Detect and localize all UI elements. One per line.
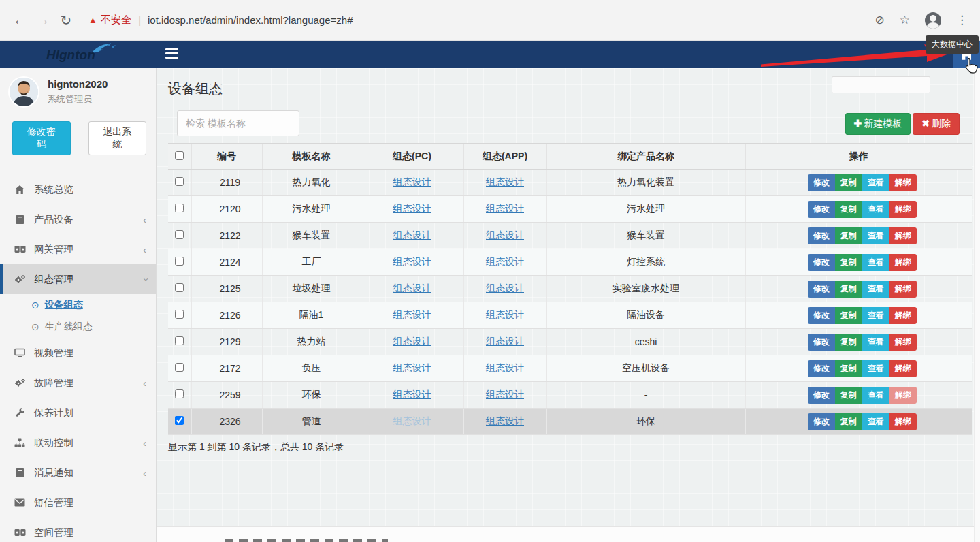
row-checkbox[interactable] bbox=[175, 230, 184, 239]
row-checkbox[interactable] bbox=[175, 310, 184, 319]
copy-button[interactable]: 复制 bbox=[835, 334, 862, 351]
app-config-link[interactable]: 组态设计 bbox=[486, 283, 524, 293]
unbind-button[interactable]: 解绑 bbox=[889, 360, 917, 377]
reload-icon[interactable]: ↻ bbox=[54, 12, 78, 29]
edit-button[interactable]: 修改 bbox=[808, 334, 835, 351]
copy-button[interactable]: 复制 bbox=[835, 413, 862, 430]
edit-button[interactable]: 修改 bbox=[808, 174, 835, 191]
sidebar-subitem[interactable]: ⊙设备组态 bbox=[0, 294, 156, 316]
row-checkbox[interactable] bbox=[175, 204, 184, 212]
view-button[interactable]: 查看 bbox=[862, 334, 889, 351]
pc-config-link[interactable]: 组态设计 bbox=[393, 415, 431, 426]
app-config-link[interactable]: 组态设计 bbox=[486, 256, 524, 267]
app-config-link[interactable]: 组态设计 bbox=[486, 362, 524, 373]
copy-button[interactable]: 复制 bbox=[835, 307, 862, 324]
unbind-button[interactable]: 解绑 bbox=[889, 281, 917, 298]
select-all-checkbox[interactable] bbox=[175, 151, 184, 160]
hamburger-menu-icon[interactable] bbox=[165, 48, 178, 60]
pc-config-link[interactable]: 组态设计 bbox=[393, 309, 431, 320]
pc-config-link[interactable]: 组态设计 bbox=[393, 283, 431, 293]
app-config-link[interactable]: 组态设计 bbox=[486, 389, 524, 400]
delete-button[interactable]: ✖删除 bbox=[913, 113, 960, 135]
sidebar-item[interactable]: 空间管理 bbox=[0, 517, 156, 542]
row-checkbox[interactable] bbox=[175, 363, 184, 372]
row-checkbox[interactable] bbox=[175, 283, 184, 292]
view-button[interactable]: 查看 bbox=[862, 227, 889, 244]
unbind-button[interactable]: 解绑 bbox=[889, 227, 917, 244]
browser-profile-icon[interactable] bbox=[925, 12, 941, 29]
app-config-link[interactable]: 组态设计 bbox=[486, 176, 524, 187]
security-warning[interactable]: 不安全 bbox=[101, 14, 131, 27]
view-button[interactable]: 查看 bbox=[862, 307, 889, 324]
pc-config-link[interactable]: 组态设计 bbox=[393, 229, 431, 240]
copy-button[interactable]: 复制 bbox=[835, 360, 862, 377]
copy-button[interactable]: 复制 bbox=[835, 254, 862, 271]
unbind-button[interactable]: 解绑 bbox=[889, 413, 917, 430]
unbind-button[interactable]: 解绑 bbox=[889, 387, 917, 404]
edit-button[interactable]: 修改 bbox=[808, 227, 835, 244]
url-text[interactable]: iot.idosp.net/admin/index.html?language=… bbox=[148, 14, 353, 26]
edit-button[interactable]: 修改 bbox=[808, 413, 835, 430]
pc-config-link[interactable]: 组态设计 bbox=[393, 203, 431, 214]
select-all-header[interactable] bbox=[168, 144, 191, 170]
row-checkbox[interactable] bbox=[175, 389, 184, 398]
sidebar-item[interactable]: 消息通知‹ bbox=[0, 458, 156, 488]
header-search-input[interactable] bbox=[832, 76, 930, 93]
sidebar-item[interactable]: 故障管理‹ bbox=[0, 368, 156, 398]
edit-button[interactable]: 修改 bbox=[808, 201, 835, 218]
edit-button[interactable]: 修改 bbox=[808, 307, 835, 324]
pc-config-link[interactable]: 组态设计 bbox=[393, 256, 431, 267]
view-button[interactable]: 查看 bbox=[862, 413, 889, 430]
edit-button[interactable]: 修改 bbox=[808, 360, 835, 377]
pc-config-link[interactable]: 组态设计 bbox=[393, 362, 431, 373]
view-button[interactable]: 查看 bbox=[862, 254, 889, 271]
app-config-link[interactable]: 组态设计 bbox=[486, 336, 524, 347]
edit-button[interactable]: 修改 bbox=[808, 387, 835, 404]
bookmark-star-icon[interactable]: ☆ bbox=[900, 13, 910, 27]
logo[interactable]: Hignton bbox=[0, 41, 157, 68]
unbind-button[interactable]: 解绑 bbox=[889, 254, 917, 271]
app-config-link[interactable]: 组态设计 bbox=[486, 415, 524, 426]
app-config-link[interactable]: 组态设计 bbox=[486, 309, 524, 320]
copy-button[interactable]: 复制 bbox=[835, 227, 862, 244]
view-button[interactable]: 查看 bbox=[862, 387, 889, 404]
edit-button[interactable]: 修改 bbox=[808, 281, 835, 298]
view-button[interactable]: 查看 bbox=[862, 174, 889, 191]
browser-menu-dots-icon[interactable]: ⋮ bbox=[956, 13, 968, 27]
view-button[interactable]: 查看 bbox=[862, 201, 889, 218]
pc-config-link[interactable]: 组态设计 bbox=[393, 336, 431, 347]
unbind-button[interactable]: 解绑 bbox=[889, 307, 917, 324]
pc-config-link[interactable]: 组态设计 bbox=[393, 389, 431, 400]
row-checkbox[interactable] bbox=[175, 416, 184, 425]
sidebar-item[interactable]: 视频管理 bbox=[0, 338, 156, 368]
address-bar[interactable]: ▲ 不安全 | iot.idosp.net/admin/index.html?l… bbox=[88, 9, 353, 32]
page-scrollbar[interactable] bbox=[974, 68, 980, 542]
sidebar-item[interactable]: 产品设备‹ bbox=[0, 204, 156, 234]
unbind-button[interactable]: 解绑 bbox=[889, 174, 917, 191]
copy-button[interactable]: 复制 bbox=[835, 281, 862, 298]
copy-button[interactable]: 复制 bbox=[835, 174, 862, 191]
view-button[interactable]: 查看 bbox=[862, 360, 889, 377]
new-template-button[interactable]: ✚新建模板 bbox=[845, 113, 911, 135]
edit-button[interactable]: 修改 bbox=[808, 254, 835, 271]
unbind-button[interactable]: 解绑 bbox=[889, 334, 917, 351]
user-avatar[interactable] bbox=[8, 76, 39, 108]
change-password-button[interactable]: 修改密码 bbox=[12, 121, 71, 155]
copy-button[interactable]: 复制 bbox=[835, 201, 862, 218]
sidebar-item[interactable]: 网关管理‹ bbox=[0, 234, 156, 264]
sidebar-item[interactable]: 系统总览 bbox=[0, 174, 156, 204]
view-button[interactable]: 查看 bbox=[862, 281, 889, 298]
pc-config-link[interactable]: 组态设计 bbox=[393, 176, 431, 187]
back-icon[interactable]: ← bbox=[8, 12, 31, 28]
logout-button[interactable]: 退出系统 bbox=[88, 121, 147, 155]
row-checkbox[interactable] bbox=[175, 336, 184, 345]
sidebar-subitem[interactable]: ⊙生产线组态 bbox=[0, 316, 156, 338]
sidebar-item[interactable]: 保养计划 bbox=[0, 398, 156, 428]
row-checkbox[interactable] bbox=[175, 177, 184, 186]
sidebar-item[interactable]: 联动控制‹ bbox=[0, 428, 156, 458]
copy-button[interactable]: 复制 bbox=[835, 387, 862, 404]
sidebar-item[interactable]: 短信管理 bbox=[0, 488, 156, 517]
app-config-link[interactable]: 组态设计 bbox=[486, 203, 524, 214]
unbind-button[interactable]: 解绑 bbox=[889, 201, 917, 218]
app-config-link[interactable]: 组态设计 bbox=[486, 229, 524, 240]
